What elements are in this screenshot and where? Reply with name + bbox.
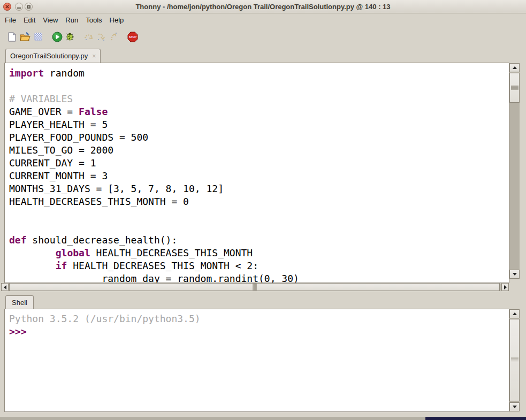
code-line: if HEALTH_DECREASES_THIS_MONTH < 2: bbox=[9, 259, 509, 272]
debug-icon bbox=[65, 32, 75, 42]
maximize-window-icon[interactable] bbox=[25, 3, 33, 11]
close-window-icon[interactable]: ✕ bbox=[3, 3, 11, 11]
menu-view[interactable]: View bbox=[39, 14, 62, 26]
new-file-button[interactable] bbox=[6, 32, 17, 42]
step-into-button[interactable] bbox=[96, 32, 106, 42]
code-line: PLAYER_HEALTH = 5 bbox=[9, 118, 509, 131]
code-line: PLAYER_FOOD_POUNDS = 500 bbox=[9, 131, 509, 144]
new-file-icon bbox=[7, 32, 17, 42]
step-into-icon bbox=[96, 32, 106, 42]
code-editor[interactable]: import random # VARIABLESGAME_OVER = Fal… bbox=[4, 63, 509, 283]
open-file-button[interactable] bbox=[20, 32, 31, 42]
code-line: CURRENT_MONTH = 3 bbox=[9, 170, 509, 182]
code-line: GAME_OVER = False bbox=[9, 105, 509, 118]
code-line: import random bbox=[9, 67, 509, 80]
menubar: File Edit View Run Tools Help bbox=[0, 14, 526, 26]
scroll-up-icon[interactable] bbox=[509, 309, 520, 318]
menu-file[interactable]: File bbox=[1, 14, 20, 26]
editor-horizontal-scrollbar[interactable] bbox=[1, 283, 509, 291]
code-line: MILES_TO_GO = 2000 bbox=[9, 144, 509, 157]
code-line: MONTHS_31_DAYS = [3, 5, 7, 8, 10, 12] bbox=[9, 182, 509, 195]
code-line bbox=[9, 221, 509, 234]
save-file-icon bbox=[34, 33, 42, 41]
tab-close-icon[interactable]: × bbox=[92, 52, 96, 60]
stop-button[interactable]: STOP bbox=[127, 32, 138, 42]
shell-tab-label: Shell bbox=[12, 299, 27, 307]
code-line: random_day = random.randint(0, 30) bbox=[9, 272, 509, 283]
window-title: Thonny - /home/jon/python/Oregon Trail/O… bbox=[0, 3, 526, 11]
step-over-button[interactable] bbox=[83, 32, 94, 42]
desktop-strip-left bbox=[0, 417, 425, 420]
minimize-window-icon[interactable] bbox=[15, 3, 23, 11]
scroll-right-icon[interactable] bbox=[501, 283, 509, 291]
scroll-up-icon[interactable] bbox=[509, 63, 520, 72]
stop-label: STOP bbox=[129, 35, 137, 39]
tab-oregontrailsolutionpy[interactable]: OregonTrailSolutionpy.py × bbox=[5, 49, 101, 63]
stop-icon: STOP bbox=[127, 32, 138, 42]
scroll-down-icon[interactable] bbox=[509, 402, 520, 411]
desktop-strip-right bbox=[425, 417, 526, 420]
editor-hscroll-thumb[interactable] bbox=[9, 283, 500, 291]
step-out-button[interactable] bbox=[108, 32, 119, 42]
code-line bbox=[9, 208, 509, 221]
scroll-down-icon[interactable] bbox=[509, 270, 520, 279]
editor-vscroll-thumb[interactable] bbox=[509, 73, 520, 103]
tab-shell[interactable]: Shell bbox=[5, 295, 34, 309]
code-line: # VARIABLES bbox=[9, 93, 509, 105]
shell-vertical-scrollbar[interactable] bbox=[509, 309, 520, 411]
menu-run[interactable]: Run bbox=[62, 14, 82, 26]
menu-tools[interactable]: Tools bbox=[82, 14, 105, 26]
titlebar: ✕ Thonny - /home/jon/python/Oregon Trail… bbox=[0, 0, 526, 13]
shell-welcome-text: Python 3.5.2 (/usr/bin/python3.5) bbox=[9, 312, 509, 325]
shell-prompt: >>> bbox=[9, 325, 509, 338]
code-line: HEALTH_DECREASES_THIS_MONTH = 0 bbox=[9, 195, 509, 208]
menu-edit[interactable]: Edit bbox=[20, 14, 39, 26]
editor-vertical-scrollbar[interactable] bbox=[509, 63, 520, 279]
shell-panel[interactable]: Python 3.5.2 (/usr/bin/python3.5) >>> bbox=[4, 309, 509, 412]
toolbar: STOP bbox=[0, 26, 526, 47]
code-line: def should_decrease_health(): bbox=[9, 234, 509, 247]
menu-help[interactable]: Help bbox=[106, 14, 128, 26]
code-line: CURRENT_DAY = 1 bbox=[9, 157, 509, 170]
shell-vscroll-thumb[interactable] bbox=[509, 319, 520, 401]
debug-button[interactable] bbox=[64, 32, 75, 42]
step-over-icon bbox=[83, 32, 94, 42]
code-line bbox=[9, 80, 509, 93]
open-file-icon bbox=[20, 32, 31, 42]
run-icon bbox=[52, 32, 63, 42]
scroll-left-icon[interactable] bbox=[1, 283, 9, 291]
step-out-icon bbox=[109, 32, 119, 42]
code-line: global HEALTH_DECREASES_THIS_MONTH bbox=[9, 247, 509, 259]
tab-label: OregonTrailSolutionpy.py bbox=[10, 52, 88, 60]
run-button[interactable] bbox=[52, 32, 63, 42]
save-file-button[interactable] bbox=[33, 32, 43, 42]
code-lines: import random # VARIABLESGAME_OVER = Fal… bbox=[5, 63, 509, 283]
